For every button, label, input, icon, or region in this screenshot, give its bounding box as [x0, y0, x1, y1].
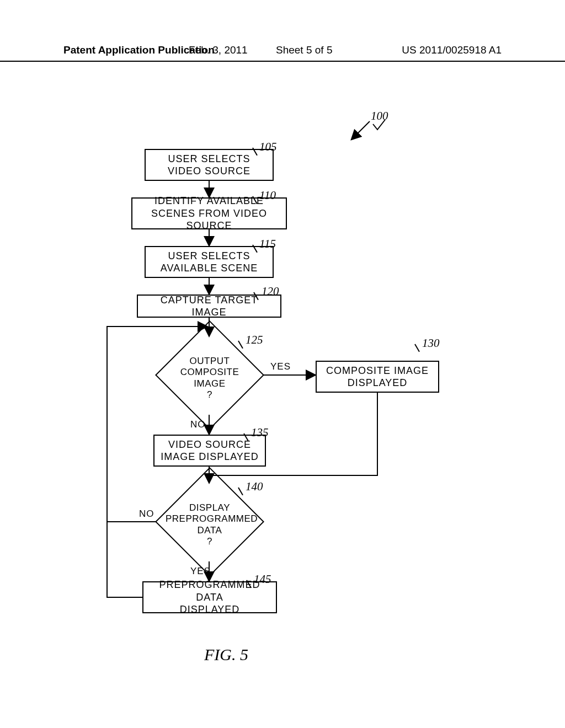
ref-130: 130 [422, 336, 440, 350]
box-130-text: COMPOSITE IMAGE DISPLAYED [326, 365, 429, 389]
ref-105: 105 [259, 140, 277, 154]
ref-120: 120 [262, 285, 279, 298]
box-135-text: VIDEO SOURCE IMAGE DISPLAYED [161, 438, 259, 463]
ref-145: 145 [254, 572, 271, 586]
svg-line-0 [352, 121, 370, 139]
box-115-text: USER SELECTS AVAILABLE SCENE [161, 250, 258, 275]
box-120-text: CAPTURE TARGET IMAGE [143, 294, 275, 319]
box-145-text: PREPROGRAMMED DATA DISPLAYED [149, 579, 270, 616]
header-sheet: Sheet 5 of 5 [276, 44, 332, 56]
ref-140: 140 [246, 480, 263, 494]
label-no-140: NO [139, 508, 154, 520]
connectors [0, 83, 565, 689]
box-120: CAPTURE TARGET IMAGE [137, 295, 281, 318]
header-date: Feb. 3, 2011 [189, 44, 248, 56]
label-no-125: NO [190, 419, 206, 430]
tick-125 [238, 341, 243, 349]
page-header: Patent Application Publication Feb. 3, 2… [0, 44, 565, 62]
figure-caption: FIG. 5 [204, 645, 248, 664]
box-105-text: USER SELECTS VIDEO SOURCE [168, 153, 250, 178]
label-yes-140: YES [190, 566, 211, 577]
label-yes-125: YES [270, 361, 291, 372]
ref-135: 135 [251, 426, 269, 440]
diamond-125-label: OUTPUT COMPOSITE IMAGE ? [180, 356, 239, 400]
ref-125: 125 [246, 333, 263, 347]
ref-100: 100 [371, 109, 388, 123]
arrow-100 [0, 83, 565, 689]
diagram-canvas: 100 USER SELECTS VIDEO SOURCE 105 IDENTI… [0, 83, 565, 689]
box-130: COMPOSITE IMAGE DISPLAYED [316, 361, 439, 393]
box-105: USER SELECTS VIDEO SOURCE [145, 149, 274, 181]
ref-110: 110 [259, 189, 276, 202]
diamond-125-text: OUTPUT COMPOSITE IMAGE ? [166, 356, 254, 401]
diamond-140-text: DISPLAY PREPROGRAMMED DATA ? [166, 502, 254, 548]
tick-130 [414, 344, 420, 352]
ref-115: 115 [259, 237, 276, 251]
tick-140 [238, 488, 243, 496]
box-135: VIDEO SOURCE IMAGE DISPLAYED [153, 435, 266, 467]
box-115: USER SELECTS AVAILABLE SCENE [145, 246, 274, 278]
diamond-140-label: DISPLAY PREPROGRAMMED DATA ? [166, 502, 258, 547]
header-pubno: US 2011/0025918 A1 [402, 44, 502, 56]
